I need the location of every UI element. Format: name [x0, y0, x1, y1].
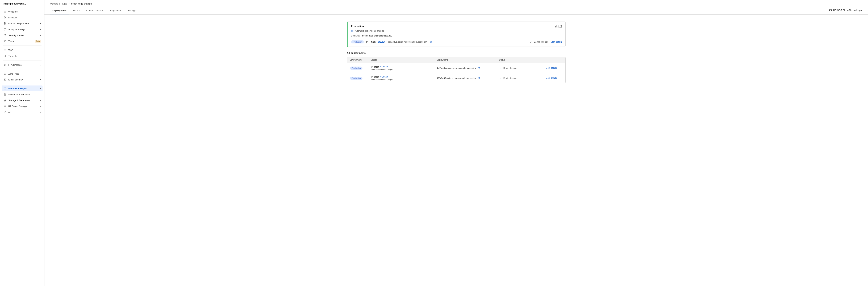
tab-integrations[interactable]: Integrations [107, 7, 124, 15]
tab-custom-domains[interactable]: Custom domains [84, 7, 106, 15]
sidebar-item-ip-addresses[interactable]: IP Addresses ▾ [2, 62, 42, 68]
view-details-link[interactable]: View details [546, 77, 557, 79]
deploy-url: da91e40c.notion-hugo-example.pages.dev [437, 67, 476, 69]
workers-icon [3, 87, 6, 90]
platforms-icon [3, 93, 6, 96]
sidebar-item-domain-registration[interactable]: Domain Registration ▾ [2, 21, 42, 26]
sidebar-item-ai[interactable]: AI ▾ [2, 109, 42, 115]
th-deployment: Deployment [437, 59, 499, 61]
table-row: Production main 6f29c20 chore: do not se… [347, 63, 565, 73]
more-icon[interactable]: ⋯ [560, 77, 563, 79]
visit-link[interactable]: Visit [555, 25, 562, 28]
time-ago: 11 minutes ago [503, 67, 517, 69]
sidebar-item-workers-platforms[interactable]: Workers for Platforms [2, 91, 42, 97]
production-card: Production Visit Automatic deployments e… [347, 22, 566, 47]
pin-icon [3, 63, 6, 66]
chevron-down-icon: ▾ [40, 64, 41, 66]
external-link-icon[interactable] [430, 41, 432, 43]
clock-icon [3, 28, 6, 31]
sidebar-item-label: Discover [8, 16, 41, 19]
view-details-link[interactable]: View details [546, 67, 557, 69]
svg-point-6 [4, 64, 5, 65]
zerotrust-icon [3, 72, 6, 75]
svg-point-19 [371, 66, 372, 66]
sidebar-item-label: Domain Registration [8, 22, 40, 25]
tab-metrics[interactable]: Metrics [70, 7, 83, 15]
commit-link[interactable]: 6f29c20 [380, 65, 388, 68]
sidebar-item-security-center[interactable]: Security Center ▾ [2, 32, 42, 38]
sidebar-item-storage-databases[interactable]: Storage & Databases ▾ [2, 97, 42, 103]
table-header: Environment Source Deployment Status [347, 57, 565, 63]
th-source: Source [371, 59, 437, 61]
th-environment: Environment [350, 59, 371, 61]
more-icon[interactable]: ⋯ [560, 67, 563, 69]
deployments-table: Environment Source Deployment Status Pro… [347, 57, 566, 83]
account-header[interactable]: Heige.pcloud@outl... [0, 0, 44, 7]
svg-point-24 [371, 77, 372, 78]
time-ago: 11 minutes ago [534, 41, 549, 43]
svg-rect-11 [5, 94, 6, 95]
topbar: Workers & Pages / notion-hugo-example De… [44, 0, 868, 15]
sidebar-item-websites[interactable]: Websites [2, 9, 42, 15]
branch-name: main [374, 76, 379, 78]
tab-deployments[interactable]: Deployments [50, 7, 69, 15]
domains-row: Domains: notion-hugo-example.pages.dev [351, 35, 562, 37]
check-icon [499, 77, 501, 79]
chevron-down-icon: ▾ [40, 105, 41, 107]
domain-link[interactable]: notion-hugo-example.pages.dev [362, 35, 392, 37]
sidebar-item-label: Workers & Pages [8, 87, 40, 90]
sidebar-item-workers-pages[interactable]: Workers & Pages ▾ [2, 85, 42, 91]
sidebar-item-waf[interactable]: WAF [2, 47, 42, 53]
sidebar-item-turnstile[interactable]: Turnstile [2, 53, 42, 59]
branch-name: main [371, 41, 376, 43]
chevron-down-icon: ▾ [40, 34, 41, 36]
svg-point-4 [4, 40, 5, 41]
content: Production Visit Automatic deployments e… [211, 15, 702, 90]
commit-link[interactable]: 6f29c20 [378, 41, 385, 43]
svg-point-23 [372, 76, 373, 77]
github-icon [829, 9, 832, 11]
breadcrumb-parent[interactable]: Workers & Pages [50, 2, 67, 5]
sidebar-nav: Websites Discover Domain Registration ▾ … [0, 7, 44, 116]
svg-rect-9 [5, 93, 6, 94]
external-link-icon[interactable] [478, 77, 480, 79]
beta-badge: Beta [35, 40, 41, 42]
breadcrumb: Workers & Pages / notion-hugo-example [50, 2, 863, 5]
svg-point-18 [366, 42, 367, 43]
commit-link[interactable]: 6f29c20 [380, 76, 388, 78]
svg-rect-7 [4, 79, 6, 80]
chevron-down-icon: ▾ [40, 111, 41, 113]
svg-point-5 [5, 40, 6, 41]
mail-icon [3, 78, 6, 81]
chevron-down-icon: ▾ [40, 99, 41, 101]
auto-deployments-row: Automatic deployments enabled [351, 30, 562, 32]
chevron-down-icon: ▾ [40, 23, 41, 25]
nav-divider [3, 69, 41, 69]
github-repo-link[interactable]: HEIGE-PCloud/Notion-Hugo [829, 9, 863, 13]
svg-point-21 [371, 67, 372, 67]
breadcrumb-current: notion-hugo-example [71, 2, 92, 5]
sidebar-item-label: Workers for Platforms [8, 93, 41, 96]
breadcrumb-separator: / [69, 2, 70, 5]
sidebar-item-email-security[interactable]: Email Security ▾ [2, 77, 42, 83]
external-link-icon[interactable] [478, 67, 480, 69]
deploy-url: 86649e08.notion-hugo-example.pages.dev [437, 77, 476, 79]
sidebar-item-zero-trust[interactable]: Zero Trust [2, 71, 42, 77]
chevron-down-icon: ▾ [40, 88, 41, 89]
sidebar-item-label: Storage & Databases [8, 99, 40, 102]
waf-icon [3, 49, 6, 51]
sidebar-item-label: Zero Trust [8, 73, 41, 75]
tab-row: Deployments Metrics Custom domains Integ… [50, 7, 863, 15]
view-details-link[interactable]: View details [551, 41, 562, 43]
svg-point-12 [4, 99, 6, 100]
sidebar-item-discover[interactable]: Discover [2, 15, 42, 21]
svg-point-16 [366, 41, 367, 41]
sidebar: Heige.pcloud@outl... Websites Discover D… [0, 0, 44, 286]
tab-settings[interactable]: Settings [125, 7, 138, 15]
sidebar-item-label: Websites [8, 10, 41, 13]
sidebar-item-analytics-logs[interactable]: Analytics & Logs ▾ [2, 26, 42, 32]
sidebar-item-trace[interactable]: Trace Beta [2, 38, 42, 44]
repo-label: HEIGE-PCloud/Notion-Hugo [833, 9, 862, 11]
branch-icon [366, 41, 368, 43]
sidebar-item-r2-storage[interactable]: R2 Object Storage ▾ [2, 103, 42, 109]
